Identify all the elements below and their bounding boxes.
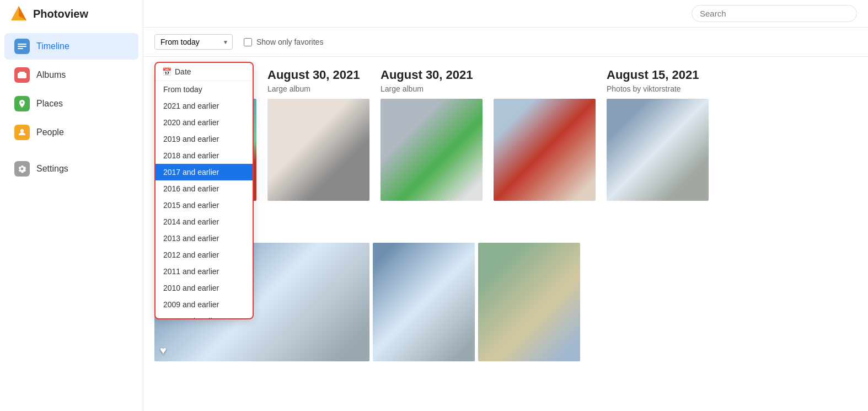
logo: Photoview (0, 0, 143, 28)
album-item: August 30, 2021 Large album (381, 68, 483, 201)
svg-rect-4 (18, 46, 26, 47)
people-icon (14, 125, 30, 140)
svg-rect-6 (18, 73, 26, 78)
dropdown-option[interactable]: 2013 and earlier (156, 230, 253, 247)
show-favorites: Show only favorites (244, 38, 323, 46)
album-section: August 11, 2021 Photos by viktorstrate ♥ (154, 212, 857, 361)
logo-icon (10, 5, 28, 23)
album-subtitle: Photos by viktorstrate (607, 84, 709, 93)
dropdown-option[interactable]: From today (156, 81, 253, 98)
dropdown-option[interactable]: 2016 and earlier (156, 180, 253, 197)
album-date: August 30, 2021 (381, 68, 483, 82)
album-subtitle: Large album (381, 84, 483, 93)
dropdown-body[interactable]: From today2021 and earlier2020 and earli… (156, 81, 253, 318)
search-input[interactable] (692, 5, 857, 22)
dropdown-option[interactable]: 2014 and earlier (156, 213, 253, 230)
photo-thumbnail[interactable] (373, 243, 475, 361)
date-dropdown: 📅 Date From today2021 and earlier2020 an… (154, 62, 254, 319)
sidebar-navigation: Timeline Albums Places (0, 28, 143, 188)
album-item: August 15, 2021 Photos by viktorstrate (607, 68, 709, 201)
svg-rect-7 (19, 72, 25, 73)
timeline-icon (14, 39, 30, 54)
dropdown-header: 📅 Date (156, 63, 253, 81)
dropdown-option[interactable]: 2019 and earlier (156, 131, 253, 147)
dropdown-option[interactable]: 2012 and earlier (156, 247, 253, 263)
album-date: August 30, 2021 (267, 68, 369, 82)
date-select-wrapper: From today2021 and earlier2020 and earli… (154, 34, 233, 50)
calendar-icon: 📅 (162, 67, 172, 76)
sidebar: Photoview Timeline Albums (0, 0, 143, 411)
dropdown-option[interactable]: 2018 and earlier (156, 147, 253, 164)
album-subtitle: Large album (267, 84, 369, 93)
photo-thumbnail[interactable] (494, 99, 596, 201)
dropdown-option[interactable]: 2011 and earlier (156, 263, 253, 280)
dropdown-option[interactable]: 2015 and earlier (156, 197, 253, 213)
photo-thumbnail[interactable] (478, 243, 580, 361)
people-label: People (36, 127, 64, 137)
album-subtitle: Photos by viktorstrate (154, 228, 857, 237)
header (143, 0, 868, 28)
top-albums-row: August 30, 2021 Large album August 30, 2… (154, 68, 857, 201)
dropdown-option[interactable]: 2020 and earlier (156, 114, 253, 131)
album-date (494, 68, 596, 82)
album-item: August 30, 2021 Large album (267, 68, 369, 201)
album-date: August 15, 2021 (607, 68, 709, 82)
svg-rect-5 (18, 48, 23, 49)
sidebar-item-albums[interactable]: Albums (4, 62, 138, 88)
settings-label: Settings (36, 164, 68, 174)
album-subtitle (494, 84, 596, 93)
album-item (494, 68, 596, 201)
main-content: 📅 Date From today2021 and earlier2020 an… (143, 0, 868, 411)
date-filter: 📅 Date From today2021 and earlier2020 an… (154, 34, 233, 50)
favorite-heart-icon: ♥ (160, 344, 167, 357)
favorites-label: Show only favorites (256, 38, 323, 46)
favorites-checkbox[interactable] (244, 38, 252, 46)
places-icon (14, 96, 30, 111)
svg-point-8 (20, 129, 24, 132)
places-label: Places (36, 99, 63, 109)
photo-thumbnail[interactable] (607, 99, 709, 201)
filter-bar: 📅 Date From today2021 and earlier2020 an… (143, 28, 868, 57)
date-select[interactable]: From today2021 and earlier2020 and earli… (154, 34, 233, 50)
photo-thumbnail[interactable] (267, 99, 369, 201)
dropdown-title: Date (175, 67, 191, 76)
settings-icon (14, 161, 30, 177)
dropdown-option[interactable]: 2021 and earlier (156, 98, 253, 114)
timeline-label: Timeline (36, 41, 69, 51)
album-date: August 11, 2021 (154, 212, 857, 226)
photo-thumbnail[interactable] (381, 99, 483, 201)
sidebar-item-settings[interactable]: Settings (4, 156, 138, 182)
albums-label: Albums (36, 70, 66, 80)
dropdown-option[interactable]: 2010 and earlier (156, 280, 253, 296)
sidebar-item-places[interactable]: Places (4, 90, 138, 117)
dropdown-option[interactable]: 2017 and earlier (156, 164, 253, 180)
dropdown-option[interactable]: 2008 and earlier (156, 313, 253, 318)
app-name: Photoview (33, 8, 88, 20)
albums-icon (14, 67, 30, 83)
svg-rect-3 (18, 44, 26, 45)
sidebar-item-people[interactable]: People (4, 119, 138, 146)
sidebar-item-timeline[interactable]: Timeline (4, 33, 138, 60)
dropdown-option[interactable]: 2009 and earlier (156, 296, 253, 313)
